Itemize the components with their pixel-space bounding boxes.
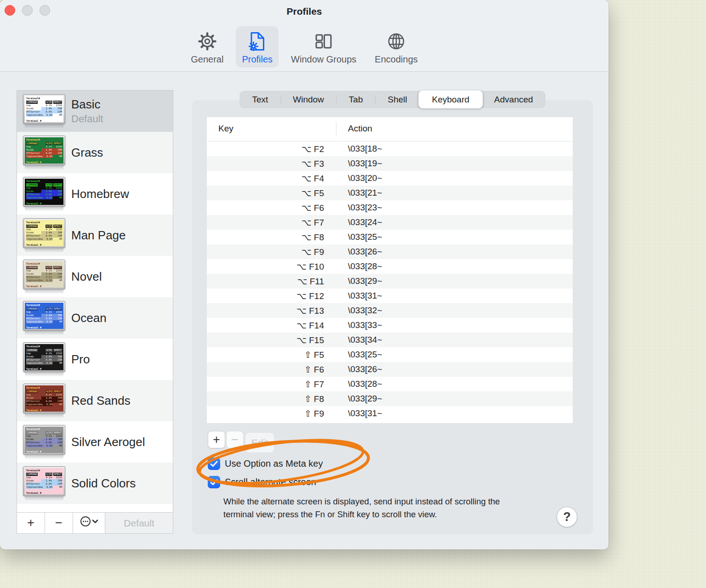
table-row[interactable]: ⌥ F9 \033[26~ <box>207 244 573 259</box>
more-options-button[interactable] <box>73 513 105 533</box>
action-cell: \033[31~ <box>336 291 382 301</box>
profile-name: Man Page <box>71 228 126 243</box>
action-cell: \033[25~ <box>336 232 382 242</box>
sidebar-item-silver-aerogel[interactable]: Terminal# COMMAND %CPURPRVT top4.1%231K … <box>17 421 173 463</box>
action-cell: \033[21~ <box>336 188 382 198</box>
table-row[interactable]: ⌥ F4 \033[20~ <box>207 171 573 186</box>
sidebar-item-man-page[interactable]: Terminal# COMMAND %CPURPRVT top4.1%231K … <box>17 215 173 256</box>
thumbnail-reflection <box>25 414 63 418</box>
profile-name: Ocean <box>71 311 107 325</box>
profile-name: Solid Colors <box>71 476 136 491</box>
toolbar-item-window-groups[interactable]: Window Groups <box>285 26 362 68</box>
toolbar-item-profiles[interactable]: Profiles <box>236 26 279 68</box>
sidebar-item-ocean[interactable]: Terminal# COMMAND %CPURPRVT top4.1%231K … <box>17 297 173 339</box>
table-row[interactable]: ⌥ F11 \033[29~ <box>207 274 573 288</box>
traffic-lights <box>5 5 50 16</box>
toolbar-item-label: General <box>191 54 223 65</box>
key-cell: ⇧ F5 <box>207 350 336 360</box>
key-cell: ⇧ F9 <box>207 408 336 419</box>
thumbnail-reflection <box>25 455 63 459</box>
window-groups-icon <box>313 29 335 54</box>
key-cell: ⌥ F2 <box>207 144 336 154</box>
tab-text[interactable]: Text <box>239 91 280 108</box>
gear-icon <box>196 29 218 54</box>
table-row[interactable]: ⌥ F3 \033[19~ <box>207 156 573 171</box>
profile-name: Homebrew <box>71 187 129 201</box>
profile-thumbnail: Terminal# COMMAND %CPURPRVT top4.1%231K … <box>23 384 65 418</box>
help-button[interactable]: ? <box>557 507 577 527</box>
action-cell: \033[26~ <box>336 247 382 257</box>
sidebar-item-grass[interactable]: Terminal# COMMAND %CPURPRVT top4.1%231K … <box>17 132 173 173</box>
key-cell: ⌥ F8 <box>207 232 336 243</box>
sidebar-item-pro[interactable]: Terminal# COMMAND %CPURPRVT top4.1%231K … <box>17 339 173 380</box>
thumbnail-reflection <box>25 497 63 501</box>
default-button[interactable]: Default <box>105 513 173 533</box>
close-button[interactable] <box>5 5 15 16</box>
tab-label: Shell <box>387 95 407 104</box>
action-cell: \033[32~ <box>336 305 382 316</box>
action-cell: \033[20~ <box>336 173 382 183</box>
use-option-as-meta-key-label: Use Option as Meta key <box>225 458 323 469</box>
edit-key-button[interactable]: Edit <box>245 432 274 453</box>
toolbar-item-encodings[interactable]: Encodings <box>369 26 423 68</box>
sidebar-item-basic[interactable]: Terminal# COMMAND %CPURPRVT top4.1%231K … <box>17 90 173 132</box>
remove-key-button[interactable]: − <box>226 431 244 448</box>
table-row[interactable]: ⇧ F8 \033[29~ <box>207 391 573 406</box>
table-row[interactable]: ⌥ F12 \033[31~ <box>207 288 573 303</box>
zoom-button[interactable] <box>40 5 50 16</box>
tab-advanced[interactable]: Advanced <box>482 91 546 108</box>
table-row[interactable]: ⇧ F9 \033[31~ <box>207 406 573 421</box>
action-cell: \033[31~ <box>336 408 382 418</box>
table-row[interactable]: ⌥ F6 \033[23~ <box>207 200 573 215</box>
tab-window[interactable]: Window <box>280 91 336 108</box>
key-cell: ⇧ F8 <box>207 394 336 404</box>
toolbar-item-label: Encodings <box>375 54 417 65</box>
toolbar-item-label: Profiles <box>242 54 273 65</box>
table-row[interactable]: ⌥ F14 \033[33~ <box>207 318 573 333</box>
table-row[interactable]: ⇧ F5 \033[25~ <box>207 347 573 362</box>
profile-thumbnail: Terminal# COMMAND %CPURPRVT top4.1%231K … <box>23 425 65 459</box>
key-action-table[interactable]: Key Action ⌥ F2 \033[18~ ⌥ F3 \033[19~ ⌥… <box>207 117 573 423</box>
tab-tab[interactable]: Tab <box>336 91 376 108</box>
table-row[interactable]: ⌥ F2 \033[18~ <box>207 141 573 156</box>
sidebar-item-red-sands[interactable]: Terminal# COMMAND %CPURPRVT top4.1%231K … <box>17 380 173 421</box>
thumbnail-reflection <box>25 290 63 294</box>
profile-thumbnail: Terminal# COMMAND %CPURPRVT top4.1%231K … <box>23 177 65 211</box>
table-header: Key Action <box>207 117 573 141</box>
profile-default-badge: Default <box>71 113 103 125</box>
use-option-as-meta-key-checkbox[interactable] <box>208 458 220 470</box>
table-row[interactable]: ⌥ F15 \033[34~ <box>207 333 573 347</box>
window-title: Profiles <box>0 0 609 23</box>
table-row[interactable]: ⌥ F10 \033[28~ <box>207 259 573 274</box>
tab-bar: Text Window Tab Shell Keyboard Advanced <box>239 91 545 108</box>
action-column-header: Action <box>348 124 372 134</box>
sidebar-item-novel[interactable]: Terminal# COMMAND %CPURPRVT top4.1%231K … <box>17 256 173 297</box>
profile-name: Pro <box>71 352 90 367</box>
tab-keyboard[interactable]: Keyboard <box>419 90 483 108</box>
table-row[interactable]: ⌥ F8 \033[25~ <box>207 230 573 244</box>
table-row[interactable]: ⌥ F13 \033[32~ <box>207 303 573 318</box>
toolbar-item-general[interactable]: General <box>185 26 229 68</box>
table-row[interactable]: ⌥ F5 \033[21~ <box>207 186 573 200</box>
profile-thumbnail: Terminal# COMMAND %CPURPRVT top4.1%231K … <box>23 301 65 335</box>
action-cell: \033[34~ <box>336 335 382 345</box>
table-row[interactable]: ⌥ F7 \033[24~ <box>207 215 573 230</box>
tab-label: Window <box>293 95 324 104</box>
scroll-alternate-screen-checkbox[interactable] <box>208 476 220 488</box>
key-cell: ⇧ F7 <box>207 379 336 390</box>
key-cell: ⌥ F3 <box>207 158 336 169</box>
action-cell: \033[18~ <box>336 144 382 154</box>
sidebar-item-solid-colors[interactable]: Terminal# COMMAND %CPURPRVT top4.1%231K … <box>17 463 173 504</box>
sidebar-item-homebrew[interactable]: Terminal# COMMAND %CPURPRVT top4.1%231K … <box>17 173 173 215</box>
table-row[interactable]: ⇧ F7 \033[28~ <box>207 377 573 391</box>
tab-label: Advanced <box>494 95 533 104</box>
add-key-button[interactable]: + <box>208 431 225 448</box>
remove-profile-button[interactable]: − <box>45 513 73 533</box>
minimize-button[interactable] <box>22 5 33 16</box>
profile-thumbnail: Terminal# COMMAND %CPURPRVT top4.1%231K … <box>23 342 65 377</box>
thumbnail-reflection <box>25 207 63 211</box>
add-profile-button[interactable]: + <box>17 513 45 533</box>
table-row[interactable]: ⇧ F6 \033[26~ <box>207 362 573 377</box>
thumbnail-reflection <box>25 124 63 129</box>
tab-shell[interactable]: Shell <box>375 91 419 108</box>
